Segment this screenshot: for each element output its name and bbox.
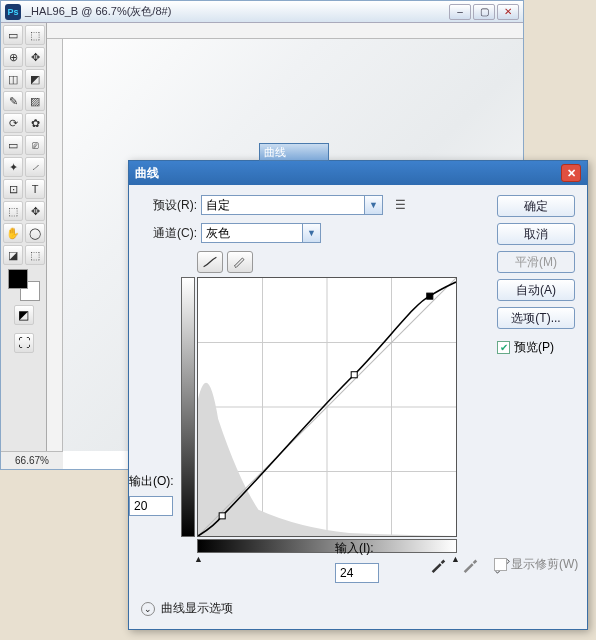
tool-7[interactable]: ▨ (25, 91, 45, 111)
preview-checkbox[interactable]: ✔ (497, 341, 510, 354)
zoom-level[interactable]: 66.67% (1, 451, 63, 469)
svg-line-6 (198, 278, 456, 536)
channel-select[interactable]: 灰色 ▼ (201, 223, 321, 243)
window-controls: – ▢ ✕ (449, 4, 519, 20)
auto-button[interactable]: 自动(A) (497, 279, 575, 301)
smooth-button: 平滑(M) (497, 251, 575, 273)
document-title: _HAL96_B @ 66.7%(灰色/8#) (25, 4, 449, 19)
tool-9[interactable]: ✿ (25, 113, 45, 133)
chevron-down-icon: ▼ (364, 196, 382, 214)
svg-rect-9 (427, 293, 433, 299)
tool-15[interactable]: T (25, 179, 45, 199)
curve-pencil-tool[interactable] (227, 251, 253, 273)
gray-eyedropper[interactable] (459, 555, 481, 575)
curves-dialog: 曲线 曲线 ✕ 预设(R): 自定 ▼ ☰ 通道(C): 灰色 ▼ (128, 160, 588, 630)
tool-4[interactable]: ◫ (3, 69, 23, 89)
input-input[interactable] (335, 563, 379, 583)
curve-display-options-toggle[interactable]: ⌄ 曲线显示选项 (141, 600, 233, 617)
output-label: 输出(O): (129, 473, 174, 490)
tool-17[interactable]: ✥ (25, 201, 45, 221)
tool-0[interactable]: ▭ (3, 25, 23, 45)
tool-8[interactable]: ⟳ (3, 113, 23, 133)
ruler-vertical (47, 39, 63, 469)
curve-display-options-label: 曲线显示选项 (161, 600, 233, 617)
output-gradient (181, 277, 195, 537)
tool-6[interactable]: ✎ (3, 91, 23, 111)
tool-12[interactable]: ✦ (3, 157, 23, 177)
cancel-button[interactable]: 取消 (497, 223, 575, 245)
preview-label: 预览(P) (514, 339, 554, 356)
tool-3[interactable]: ✥ (25, 47, 45, 67)
tool-19[interactable]: ◯ (25, 223, 45, 243)
show-clipping-label: 显示修剪(W) (511, 556, 578, 573)
show-clipping-row: 显示修剪(W) (494, 556, 578, 573)
tool-2[interactable]: ⊕ (3, 47, 23, 67)
ps-app-icon: Ps (5, 4, 21, 20)
tool-13[interactable]: ⟋ (25, 157, 45, 177)
black-point-slider[interactable]: ▲ (194, 554, 203, 564)
color-swatches (3, 269, 44, 301)
maximize-button[interactable]: ▢ (473, 4, 495, 20)
preset-select[interactable]: 自定 ▼ (201, 195, 383, 215)
tool-16[interactable]: ⬚ (3, 201, 23, 221)
curves-mini-title: 曲线 (259, 143, 329, 161)
tool-5[interactable]: ◩ (25, 69, 45, 89)
tool-10[interactable]: ▭ (3, 135, 23, 155)
preset-value: 自定 (206, 197, 230, 214)
toolbox: ▭⬚⊕✥◫◩✎▨⟳✿▭⎚✦⟋⊡T⬚✥✋◯◪⬚ ◩ ⛶ (1, 23, 47, 469)
tool-1[interactable]: ⬚ (25, 25, 45, 45)
curve-editor: ▲ ▲ (141, 251, 471, 553)
tool-11[interactable]: ⎚ (25, 135, 45, 155)
chevron-right-icon: ⌄ (141, 602, 155, 616)
black-eyedropper[interactable] (427, 555, 449, 575)
input-label: 输入(I): (335, 540, 374, 557)
curves-title: 曲线 (135, 165, 159, 182)
input-gradient: ▲ ▲ (197, 539, 457, 553)
foreground-color-swatch[interactable] (8, 269, 28, 289)
close-button[interactable]: ✕ (497, 4, 519, 20)
svg-rect-8 (351, 372, 357, 378)
ruler-horizontal (47, 23, 523, 39)
chevron-down-icon: ▼ (302, 224, 320, 242)
document-titlebar: Ps _HAL96_B @ 66.7%(灰色/8#) – ▢ ✕ (1, 1, 523, 23)
ok-button[interactable]: 确定 (497, 195, 575, 217)
curve-graph[interactable] (197, 277, 457, 537)
dialog-buttons: 确定 取消 平滑(M) 自动(A) 选项(T)... ✔ 预览(P) (497, 195, 575, 356)
curve-point-tool[interactable] (197, 251, 223, 273)
tool-20[interactable]: ◪ (3, 245, 23, 265)
tool-18[interactable]: ✋ (3, 223, 23, 243)
screenmode-button[interactable]: ⛶ (14, 333, 34, 353)
svg-rect-7 (219, 513, 225, 519)
output-input[interactable] (129, 496, 173, 516)
preset-menu-button[interactable]: ☰ (389, 196, 411, 214)
curves-titlebar[interactable]: 曲线 ✕ (129, 161, 587, 185)
tool-21[interactable]: ⬚ (25, 245, 45, 265)
minimize-button[interactable]: – (449, 4, 471, 20)
show-clipping-checkbox[interactable] (494, 558, 507, 571)
tool-14[interactable]: ⊡ (3, 179, 23, 199)
curves-close-button[interactable]: ✕ (561, 164, 581, 182)
preset-label: 预设(R): (141, 197, 201, 214)
channel-label: 通道(C): (141, 225, 201, 242)
channel-value: 灰色 (206, 225, 230, 242)
options-button[interactable]: 选项(T)... (497, 307, 575, 329)
quickmask-button[interactable]: ◩ (14, 305, 34, 325)
